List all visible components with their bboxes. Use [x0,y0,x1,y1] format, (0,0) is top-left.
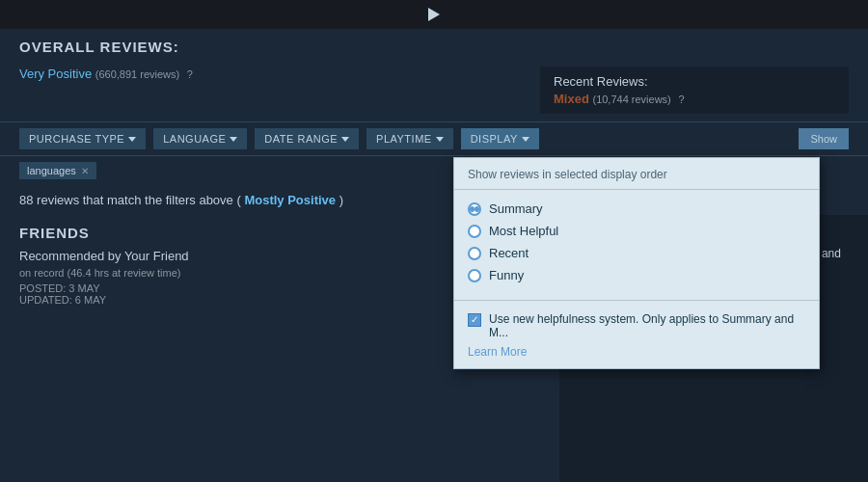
playtime-button[interactable]: PLAYTIME [366,128,453,149]
checkbox-label: Use new helpfulness system. Only applies… [489,312,805,339]
checkbox-row[interactable]: ✓ Use new helpfulness system. Only appli… [454,307,819,345]
radio-summary [468,202,481,216]
overall-help-icon[interactable]: ? [187,68,193,80]
section-title: Overall Reviews: [0,39,868,55]
helpfulness-checkbox[interactable]: ✓ [468,313,481,327]
option-recent[interactable]: Recent [468,242,805,264]
purchase-type-button[interactable]: PURCHASE TYPE [19,128,146,149]
option-most-helpful[interactable]: Most Helpful [468,220,805,242]
recent-value: Mixed (10,744 reviews) ? [554,92,835,106]
show-button[interactable]: Show [799,128,849,149]
purchase-type-arrow [128,137,136,142]
recent-section: Recent Reviews: Mixed (10,744 reviews) ? [540,67,849,114]
main-content: Overall Reviews: Very Positive (660,891 … [0,29,868,482]
dropdown-header: Show reviews in selected display order [454,158,819,190]
language-button[interactable]: LANGUAGE [153,128,247,149]
overall-value: Very Positive (660,891 reviews) ? [19,67,540,81]
date-range-button[interactable]: DATE RANGE [255,128,359,149]
option-summary[interactable]: Summary [468,198,805,220]
display-arrow [522,137,529,142]
option-funny[interactable]: Funny [468,264,805,286]
recent-help-icon[interactable]: ? [678,94,684,105]
reviews-header: Overall Reviews: [0,29,868,59]
language-arrow [230,137,237,142]
learn-more-link[interactable]: Learn More [454,345,819,368]
radio-recent [468,247,481,260]
radio-most-helpful [468,225,481,238]
tag-close-button[interactable]: ✕ [81,166,89,176]
overall-recent-row: Very Positive (660,891 reviews) ? Recent… [0,59,868,121]
date-range-arrow [341,137,349,142]
playtime-arrow [436,137,444,142]
filter-bar: PURCHASE TYPE LANGUAGE DATE RANGE PLAYTI… [0,121,868,156]
dropdown-divider [454,300,819,301]
play-icon[interactable] [428,8,440,21]
radio-funny [468,269,481,282]
overall-count: (660,891 reviews) [95,68,179,80]
display-dropdown: Show reviews in selected display order S… [453,157,820,369]
recent-label: Recent Reviews: [554,74,835,89]
display-button[interactable]: DISPLAY [461,128,539,149]
top-bar [0,0,868,29]
overall-label: Overall Reviews: [19,39,179,55]
dropdown-options: Summary Most Helpful Recent Funny [454,190,819,294]
overall-section: Very Positive (660,891 reviews) ? [19,67,540,114]
mostly-positive-text: Mostly Positive [244,193,336,207]
language-filter-tag: languages ✕ [19,162,96,179]
